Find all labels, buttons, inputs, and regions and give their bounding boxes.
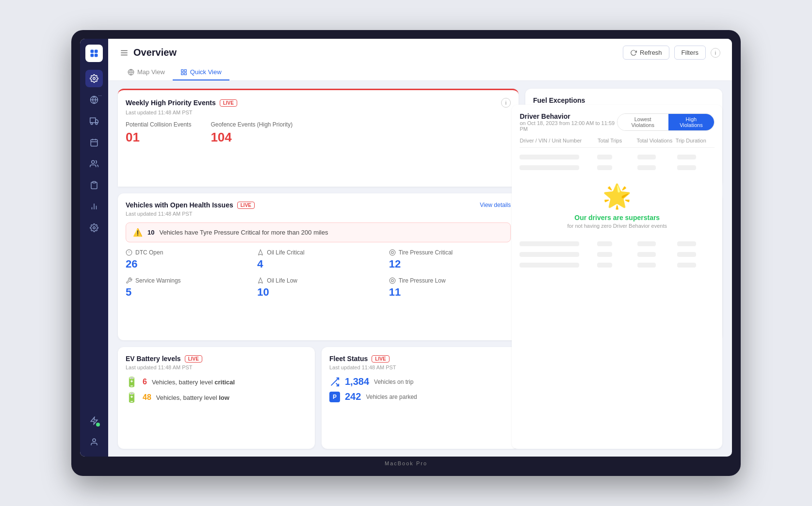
health-issues-title-row: Vehicles with Open Health Issues LIVE Vi… [126,201,511,209]
weekly-events-info[interactable]: i [501,98,511,108]
driver-vin-col-header: Driver / VIN / Unit Number [520,138,598,143]
high-violations-toggle[interactable]: High Violations [668,114,714,130]
svg-point-34 [391,252,393,254]
oil-life-low-label-row: Oil Life Low [257,277,379,284]
tire-pressure-critical-label-row: Tire Pressure Critical [389,249,511,256]
svg-rect-2 [91,54,94,57]
svg-rect-15 [93,182,96,183]
skeleton-row-3 [520,238,715,249]
svg-rect-29 [184,73,186,75]
total-violations-col-header: Total Violations [636,138,675,143]
sidebar-item-calendar[interactable] [85,134,103,151]
superstar-icon: 🌟 [602,183,632,210]
service-warnings-label: Service Warnings [135,277,181,284]
tire-pressure-low-metric: Tire Pressure Low 11 [389,277,511,299]
sidebar-item-settings[interactable] [85,70,103,87]
oil-life-low-label: Oil Life Low [267,277,297,284]
fleet-trip-count: 1,384 [345,376,369,387]
fleet-parked-item: P 242 Vehicles are parked [329,391,511,402]
menu-icon [120,48,129,57]
fuel-exceptions-title: Fuel Exceptions [533,96,585,104]
weekly-events-info-icon[interactable]: i [501,98,511,108]
sidebar-item-clipboard[interactable] [85,176,103,194]
svg-point-35 [390,278,395,284]
sidebar-item-lightning[interactable] [85,412,103,429]
oil-life-critical-value: 4 [257,258,379,270]
dtc-icon [126,249,132,256]
tab-quick-view-label: Quick View [190,68,222,76]
notification-dot [96,423,100,427]
skeleton-cell [597,155,612,159]
health-issues-title: Vehicles with Open Health Issues [126,201,233,209]
skeleton-cell [597,252,612,257]
view-details-link[interactable]: View details [480,202,511,208]
trip-duration-col-header: Trip Duration [676,138,715,143]
svg-point-9 [96,123,97,125]
info-icon[interactable]: i [711,48,720,58]
svg-point-21 [93,439,96,442]
skeleton-cell [520,155,579,159]
skeleton-cell [520,263,579,268]
health-metrics-grid: DTC Open 26 Oil Life Critical 4 [126,249,511,299]
fleet-parked-icon: P [329,392,340,402]
service-warnings-label-row: Service Warnings [126,277,247,284]
fleet-status-title: Fleet Status [329,355,368,363]
alert-count: 10 [147,229,154,236]
tab-quick-view[interactable]: Quick View [173,64,229,80]
svg-rect-27 [184,69,186,71]
svg-rect-3 [95,54,98,57]
fleet-parked-count: 242 [345,391,361,402]
lowest-violations-toggle[interactable]: Lowest Violations [617,114,668,130]
svg-point-19 [93,227,96,229]
tab-map-view-label: Map View [137,68,165,76]
weekly-events-title-row: Weekly High Priority Events LIVE i [126,98,511,108]
driver-behavior-table-header: Driver / VIN / Unit Number Total Trips T… [520,134,715,148]
svg-marker-7 [96,120,98,123]
screen: ··· [80,39,732,457]
svg-rect-28 [181,73,183,75]
tabs: Map View Quick View [120,64,720,80]
sidebar-item-user[interactable] [85,155,103,173]
ev-critical-count: 6 [143,378,147,386]
sidebar: ··· [80,39,108,457]
weekly-events-card: Weekly High Priority Events LIVE i Last … [118,89,519,187]
sidebar-item-chart[interactable] [85,198,103,215]
ev-battery-subtitle: Last updated 11:48 AM PST [126,364,307,370]
fleet-parked-label: Vehicles are parked [366,394,417,400]
skeleton-cell [677,165,696,170]
superstar-sub: for not having zero Driver Behavior even… [568,223,667,229]
dtc-open-value: 26 [126,258,247,270]
sidebar-item-globe[interactable]: ··· [85,91,103,109]
ev-low-icon: 🔋 [126,392,138,403]
svg-rect-1 [95,50,98,53]
tire-low-icon [389,277,396,284]
oil-life-critical-metric: Oil Life Critical 4 [257,249,379,270]
skeleton-cell [637,165,656,170]
sidebar-item-gear[interactable] [85,219,103,237]
skeleton-cell [637,252,656,257]
ev-critical-item: 🔋 6 Vehicles, battery level critical [126,376,307,388]
tire-pressure-critical-value: 12 [389,258,511,270]
svg-point-4 [93,78,96,80]
filters-button[interactable]: Filters [674,46,706,60]
svg-rect-10 [91,140,97,146]
geofence-value: 104 [211,130,292,145]
ev-battery-card: EV Battery levels LIVE Last updated 11:4… [118,347,315,449]
skeleton-cell [677,263,696,268]
tire-pressure-critical-label: Tire Pressure Critical [399,249,453,256]
ev-critical-icon: 🔋 [126,376,138,388]
refresh-button[interactable]: Refresh [623,46,669,60]
svg-rect-6 [90,118,96,123]
tab-map-view[interactable]: Map View [120,64,173,80]
refresh-icon [630,49,637,56]
potential-collision-metric: Potential Collision Events 01 [126,121,191,145]
sidebar-item-profile[interactable] [85,433,103,451]
driver-behavior-toggle: Lowest Violations High Violations [617,113,715,131]
weekly-events-badge: LIVE [220,99,237,107]
oil-life-low-metric: Oil Life Low 10 [257,277,379,299]
page-title: Overview [133,47,177,58]
dtc-open-label-row: DTC Open [126,249,247,256]
skeleton-cell [597,165,612,170]
tire-pressure-low-label: Tire Pressure Low [399,277,446,284]
sidebar-item-truck[interactable] [85,112,103,130]
